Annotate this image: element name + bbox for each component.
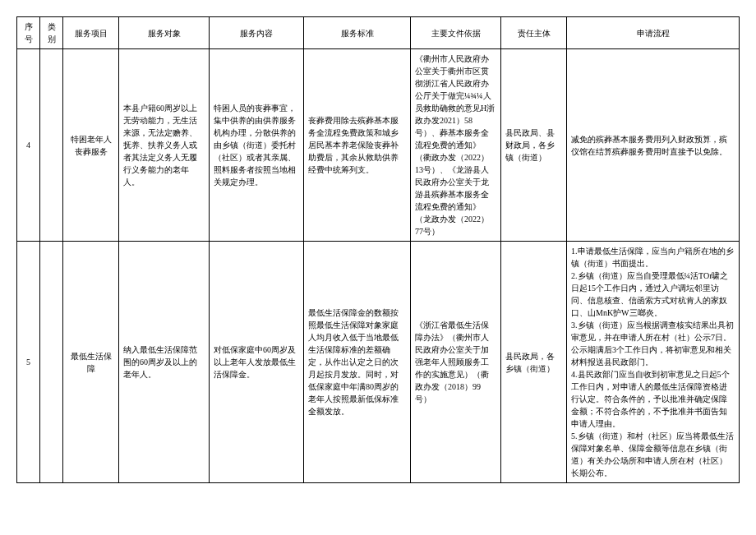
cell-category [40,49,63,242]
header-basis: 主要文件依据 [411,17,501,49]
header-content: 服务内容 [210,17,304,49]
cell-standard: 最低生活保障金的数额按照最低生活保障对象家庭人均月收入低于当地最低生活保障标准的… [304,242,411,483]
header-process: 申请流程 [567,17,740,49]
table-row: 5 最低生活保障 纳入最低生活保障范围的60周岁及以上的老年人。 对低保家庭中6… [17,242,740,483]
cell-standard: 丧葬费用除去殡葬基本服务全流程免费政策和城乡居民基本养老保险丧葬补助费后，其余从… [304,49,411,242]
cell-category [40,242,63,483]
cell-object: 纳入最低生活保障范围的60周岁及以上的老年人。 [119,242,210,483]
header-row: 序号 类别 服务项目 服务对象 服务内容 服务标准 主要文件依据 责任主体 申请… [17,17,740,49]
cell-process: 减免的殡葬基本服务费用列入财政预算，殡仪馆在结算殡葬服务费用时直接予以免除。 [567,49,740,242]
cell-responsible: 县民政局，各乡镇（街道） [501,242,567,483]
cell-project: 最低生活保障 [63,242,119,483]
table-row: 4 特困老年人丧葬服务 本县户籍60周岁以上无劳动能力，无生活来源，无法定赡养、… [17,49,740,242]
header-seq: 序号 [17,17,40,49]
header-object: 服务对象 [119,17,210,49]
services-table: 序号 类别 服务项目 服务对象 服务内容 服务标准 主要文件依据 责任主体 申请… [16,16,740,483]
cell-content: 特困人员的丧葬事宜，集中供养的由供养服务机构办理，分散供养的由乡镇（街道）委托村… [210,49,304,242]
header-project: 服务项目 [63,17,119,49]
cell-object: 本县户籍60周岁以上无劳动能力，无生活来源，无法定赡养、抚养、扶养义务人或者其法… [119,49,210,242]
cell-project: 特困老年人丧葬服务 [63,49,119,242]
cell-seq: 4 [17,49,40,242]
header-standard: 服务标准 [304,17,411,49]
header-category: 类别 [40,17,63,49]
cell-content: 对低保家庭中60周岁及以上老年人发放最低生活保障金。 [210,242,304,483]
cell-responsible: 县民政局、县财政局，各乡镇（街道） [501,49,567,242]
cell-seq: 5 [17,242,40,483]
cell-process: 1.申请最低生活保障，应当向户籍所在地的乡镇（街道）书面提出。 2.乡镇（街道）… [567,242,740,483]
header-responsible: 责任主体 [501,17,567,49]
cell-basis: 《衢州市人民政府办公室关于衢州市区贯彻浙江省人民政府办公厅关于做完¼¾¼人员救助… [411,49,501,242]
cell-basis: 《浙江省最低生活保障办法》（衢州市人民政府办公室关于加强老年人照顾服务工作的实施… [411,242,501,483]
